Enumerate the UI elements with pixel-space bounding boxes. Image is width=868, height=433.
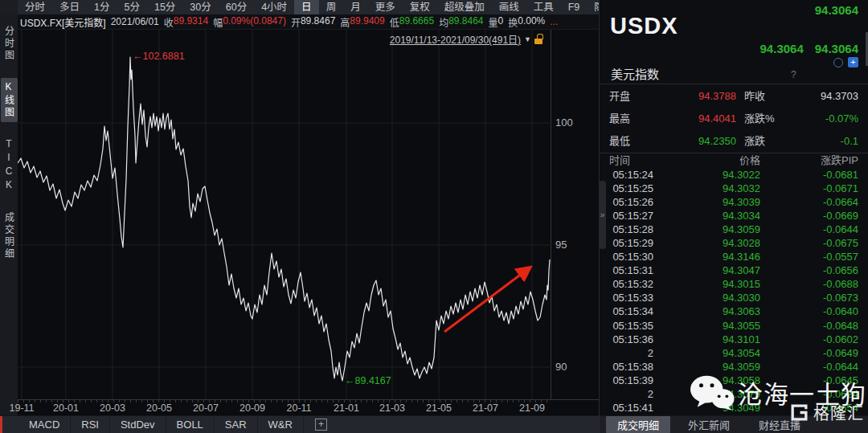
help-icon[interactable]: ? bbox=[791, 69, 796, 80]
toolbar-tool-button[interactable]: 画线 bbox=[492, 0, 526, 14]
x-axis-tick-label: 21-07 bbox=[473, 402, 498, 414]
quote-field: 低89.6665 bbox=[390, 15, 434, 29]
indicator-tab-bar: MACDRSIStdDevBOLLSARW&R + bbox=[0, 415, 599, 433]
x-axis-tick-label: 20-03 bbox=[100, 402, 125, 414]
x-axis-tick-label: 19-11 bbox=[9, 402, 34, 414]
x-axis: 19-1120-0120-0320-0520-0720-0920-1121-01… bbox=[18, 399, 599, 415]
stat-row: 最低 94.2350 涨跌 -0.1 bbox=[609, 130, 858, 153]
low-annotation: ←89.4167 bbox=[345, 375, 391, 386]
indicator-tab[interactable]: BOLL bbox=[166, 416, 215, 433]
timeframe-tab[interactable]: 1分 bbox=[87, 0, 117, 14]
timeframe-tab[interactable]: 4小时 bbox=[254, 0, 294, 14]
sidebar-item[interactable]: 成交明细 bbox=[1, 209, 18, 263]
table-row: 05:15:33 94.3030 -0.0673 bbox=[609, 291, 858, 304]
panel-symbol-title: USDX bbox=[610, 13, 678, 39]
add-indicator-button[interactable]: + bbox=[315, 419, 327, 431]
indicator-tab[interactable]: StdDev bbox=[110, 416, 166, 433]
timeframe-toolbar: 分时多日1分5分15分30分60分4小时日周月更多 复权超级叠加画线工具F9隐藏… bbox=[0, 0, 599, 14]
high-annotation: ←102.6881 bbox=[133, 51, 185, 62]
wechat-icon bbox=[690, 374, 735, 411]
quote-date: 2021/06/01 bbox=[111, 16, 159, 27]
quote-fields: 收89.9314幅0.09%(0.0847)开89.8467高89.9409低8… bbox=[164, 15, 546, 29]
add-to-watchlist-icon[interactable]: + bbox=[848, 57, 858, 67]
panel-tab[interactable]: 成交明细 bbox=[606, 416, 670, 433]
quote-field: 高89.9409 bbox=[340, 15, 384, 29]
col-header-time: 时间 bbox=[609, 153, 653, 168]
timeframe-tab[interactable]: 日 bbox=[294, 0, 319, 14]
table-row: 05:15:34 94.3063 -0.0640 bbox=[609, 304, 858, 318]
sidebar-item[interactable]: TICK bbox=[2, 135, 16, 196]
price-chart-svg[interactable] bbox=[18, 30, 551, 399]
toolbar-corner bbox=[0, 0, 18, 14]
timeframe-tab[interactable]: 多日 bbox=[52, 0, 87, 14]
timeframe-tab[interactable]: 15分 bbox=[147, 0, 182, 14]
watermark-text: 沧海一土狗 bbox=[738, 374, 866, 411]
table-row: 05:15:26 94.3039 -0.0664 bbox=[609, 195, 858, 209]
indicator-tab[interactable]: W&R bbox=[258, 416, 304, 433]
indicator-tabs: MACDRSIStdDevBOLLSARW&R bbox=[2, 416, 304, 433]
toolbar-tool-button[interactable]: 超级叠加 bbox=[437, 0, 492, 14]
y-axis: 1009590 bbox=[554, 30, 597, 399]
table-row: 05:15:32 94.3015 -0.0688 bbox=[609, 277, 858, 291]
col-header-change: 涨跌PIP bbox=[760, 153, 858, 168]
bid-ask-quotes: 94.3064 94.3064 bbox=[760, 42, 858, 55]
x-axis-tick-label: 20-07 bbox=[193, 402, 219, 414]
y-axis-tick-label: 100 bbox=[555, 116, 573, 129]
instrument-name: 美元指数 bbox=[611, 65, 659, 82]
toolbar-tool-button[interactable]: F9 bbox=[561, 0, 588, 14]
ask-price: 94.3064 bbox=[815, 42, 858, 55]
last-price: 94.3064 bbox=[815, 3, 858, 17]
panel-splitter-handle[interactable]: » bbox=[599, 181, 606, 249]
quote-field: 均89.8464 bbox=[439, 15, 483, 29]
price-chart-region[interactable]: ←102.6881 ←89.4167 2019/11/13-2021/09/30… bbox=[18, 30, 551, 399]
stat-row: 最高 94.4041 涨跌% -0.07% bbox=[609, 108, 858, 130]
quote-field: 量0 bbox=[489, 15, 504, 29]
quote-bar: USDX.FX[美元指数] 2021/06/01 收89.9314幅0.09%(… bbox=[18, 14, 599, 30]
timeframe-tab[interactable]: 分时 bbox=[18, 0, 52, 14]
indicator-tab[interactable]: MACD bbox=[18, 416, 71, 433]
date-range-label[interactable]: 2019/11/13-2021/09/30(491日) bbox=[390, 32, 521, 46]
left-sidebar: 分时图K线图TICK成交明细 bbox=[0, 14, 18, 415]
x-axis-tick-label: 20-09 bbox=[240, 402, 265, 414]
toolbar-tool-button[interactable]: 工具 bbox=[526, 0, 561, 14]
table-row: 05:15:31 94.3047 -0.0656 bbox=[609, 263, 858, 277]
quote-field: 收89.9314 bbox=[164, 15, 208, 29]
x-axis-tick-label: 21-01 bbox=[334, 402, 359, 414]
unlock-icon[interactable] bbox=[534, 39, 542, 44]
date-range-control[interactable]: 2019/11/13-2021/09/30(491日) ▼ bbox=[390, 32, 542, 46]
timeframe-tab[interactable]: 周 bbox=[319, 0, 344, 14]
alarm-icon[interactable] bbox=[833, 58, 843, 67]
y-axis-tick-label: 90 bbox=[555, 361, 567, 373]
price-line bbox=[18, 57, 550, 381]
x-axis-tick-label: 20-05 bbox=[146, 402, 172, 414]
timeframe-tab[interactable]: 月 bbox=[343, 0, 368, 14]
symbol-label: USDX.FX[美元指数] bbox=[20, 15, 106, 29]
table-row: 05:15:38 94.3059 -0.0644 bbox=[609, 360, 858, 374]
table-row: 2 94.3054 -0.0649 bbox=[609, 346, 858, 360]
table-row: 05:15:27 94.3034 -0.0669 bbox=[609, 209, 858, 223]
quote-more-ellipsis[interactable]: ... bbox=[550, 16, 558, 27]
watermark: 沧海一土狗 bbox=[690, 374, 866, 411]
table-row: 05:15:25 94.3032 -0.0671 bbox=[609, 182, 858, 195]
timeframe-tab[interactable]: 5分 bbox=[117, 0, 146, 14]
indicator-tab[interactable]: SAR bbox=[215, 416, 258, 433]
timeframe-tab[interactable]: 60分 bbox=[219, 0, 254, 14]
bid-price: 94.3064 bbox=[760, 42, 804, 55]
x-axis-tick-label: 20-11 bbox=[286, 402, 311, 414]
quote-field: 开89.8467 bbox=[291, 15, 335, 29]
sidebar-item[interactable]: 分时图 bbox=[1, 22, 18, 65]
toolbar-tools: 复权超级叠加画线工具F9隐藏▶ bbox=[403, 0, 629, 14]
toolbar-tool-button[interactable]: 复权 bbox=[403, 0, 437, 14]
x-axis-tick-label: 20-01 bbox=[53, 402, 79, 414]
table-row: 05:15:30 94.3146 -0.0557 bbox=[609, 250, 858, 263]
timeframe-tab[interactable]: 30分 bbox=[182, 0, 218, 14]
table-row: 05:15:24 94.3022 -0.0681 bbox=[609, 168, 858, 182]
indicator-tab[interactable]: RSI bbox=[71, 416, 110, 433]
panel-tab[interactable]: 外汇新闻 bbox=[677, 416, 741, 433]
col-header-price: 价格 bbox=[653, 153, 760, 168]
chevron-down-icon[interactable]: ▼ bbox=[524, 35, 531, 43]
sidebar-item[interactable]: K线图 bbox=[1, 78, 18, 122]
timeframe-tab[interactable]: 更多 bbox=[368, 0, 403, 14]
trend-arrow bbox=[444, 268, 529, 332]
stat-row: 开盘 94.3788 昨收 94.3703 bbox=[609, 85, 858, 108]
